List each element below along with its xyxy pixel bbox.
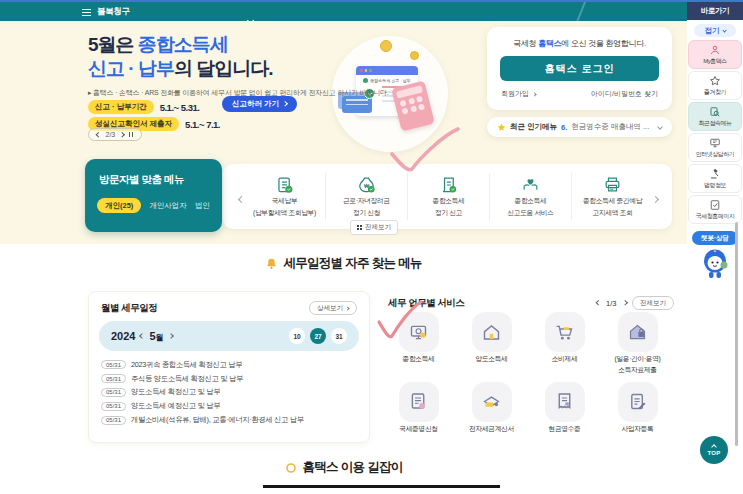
quickbar-online-consult[interactable]: 인터넷상담하기 (688, 133, 742, 162)
coin-icon (410, 51, 419, 60)
banner-next-icon[interactable] (120, 132, 125, 137)
filing-period-badge: 신고 · 납부기간 (88, 100, 154, 114)
schedule-row[interactable]: 05/31개별소비세(석유류, 담배), 교통·에너지·환경세 신고 납부 (101, 413, 357, 427)
quickbar-title: 바로가기 (687, 2, 743, 20)
menu-item-tax-payment[interactable]: 국세납부 (납부할세액 조회납부) (244, 173, 326, 219)
headline-blue-2: 신고 · 납부 (88, 58, 174, 79)
visitor-menu-view-all-button[interactable]: 전체보기 (350, 220, 398, 235)
tab-corporation[interactable]: 법인 (195, 201, 210, 211)
hamburger-menu-icon[interactable] (82, 9, 91, 16)
headline-dark-1: 5월은 (88, 34, 138, 55)
printer-icon (603, 175, 622, 194)
popular-expand-icon[interactable] (657, 124, 663, 130)
headline-dark-2: 의 달입니다. (174, 58, 273, 79)
service-business-registration[interactable]: 사업자등록 (601, 382, 674, 433)
schedule-row[interactable]: 05/31양도소득세 예정신고 및 납부 (101, 399, 357, 413)
services-prev-icon[interactable] (596, 301, 601, 306)
calendar-bar: 2024 5월 10 27 31 (99, 321, 359, 351)
cart-icon (554, 322, 575, 343)
menu-item-incentive-apply[interactable]: ₩ 근로·자녀장려금 정기 신청 (326, 173, 408, 219)
go-file-button[interactable]: 신고하러 가기 (222, 96, 297, 112)
tab-sole-proprietor[interactable]: 개인사업자 (149, 201, 187, 211)
visitor-menu-card: 방문자별 맞춤 메뉴 개인(25) 개인사업자 법인 (85, 159, 222, 232)
nav-menu-label[interactable]: 불복청구 (97, 2, 130, 21)
visitor-menu-items-card: 국세납부 (납부할세액 조회납부) ₩ 근로·자녀장려금 정기 신청 종합소득세… (223, 164, 672, 229)
monthly-schedule-card: 월별 세무일정 상세보기 2024 5월 10 27 31 05/312023귀… (88, 291, 370, 443)
popular-menu-rank: 6. (561, 123, 567, 132)
service-income-data-submit[interactable]: (일용·간이·용역) 소득자료제출 (601, 312, 674, 375)
nav-divider (575, 0, 587, 24)
lightbulb-icon (285, 462, 297, 474)
monitor-chat-icon (709, 137, 721, 149)
banner-pause-icon[interactable] (129, 132, 134, 137)
scroll-to-top-button[interactable]: TOP (700, 436, 728, 464)
receipt-icon (554, 391, 575, 412)
star-icon (497, 123, 506, 132)
services-title: 세무 업무별 서비스 (388, 297, 464, 310)
tab-individual[interactable]: 개인(25) (97, 198, 141, 213)
schedule-section-title: 세무일정별 자주 찾는 메뉴 (0, 255, 687, 272)
illustration-caption: 종합소득세 신고 · 납부 (370, 78, 411, 83)
money-bag-icon: ₩ (357, 175, 376, 194)
document-check-icon (709, 199, 721, 211)
calendar-date-27-selected[interactable]: 27 (310, 328, 326, 344)
global-nav-bar: 불복청구 (0, 2, 687, 21)
hometax-main-page: 불복청구 5월은 종합소득세 신고 · 납부의 달입니다. ▸ 홈택스 · 손택… (0, 0, 743, 494)
welcome-suffix: 에 오신 것을 환영합니다. (561, 39, 646, 48)
services-header: 세무 업무별 서비스 1/3 전체보기 (388, 296, 674, 310)
quickbar-fold-button[interactable]: 접기 (694, 24, 736, 37)
popular-menu-bar[interactable]: 최근 인기메뉴 6. 현금영수증 매출내역 ... (487, 117, 672, 137)
welcome-brand: 홈택스 (538, 39, 561, 48)
divider-line (263, 485, 500, 488)
service-income-tax[interactable]: 종합소득세 (382, 312, 455, 375)
banner-prev-icon[interactable] (96, 132, 101, 137)
welcome-message: 국세청 홈택스에 오신 것을 환영합니다. (487, 38, 672, 49)
nav-chevron-down-icon[interactable] (247, 17, 254, 24)
calendar-month: 5월 (149, 330, 163, 343)
services-next-icon[interactable] (622, 301, 627, 306)
house-icon (481, 322, 502, 343)
prev-month-icon[interactable] (140, 333, 146, 339)
schedule-row[interactable]: 05/312023귀속 종합소득세 확정신고 납부 (101, 358, 357, 372)
service-consumption-tax[interactable]: 소비제세 (528, 312, 601, 375)
quickbar-nts-homepage[interactable]: 국세청홈페이지 (688, 195, 742, 224)
next-month-icon[interactable] (168, 333, 174, 339)
service-capital-gains-tax[interactable]: 양도소득세 (455, 312, 528, 375)
page-scrollbar[interactable] (735, 222, 738, 446)
calendar-date-31[interactable]: 31 (331, 328, 347, 344)
schedule-row[interactable]: 05/31양도소득세 확정신고 및 납부 (101, 386, 357, 400)
house-lock-icon (627, 322, 648, 343)
usage-guide-title: 홈택스 이용 길잡이 (0, 459, 687, 476)
find-account-link[interactable]: 아이디/비밀번호 찾기 (591, 89, 658, 99)
login-button[interactable]: 홈택스 로그인 (500, 56, 659, 81)
cta-chevron-right-icon (282, 102, 287, 107)
quickbar-my-hometax[interactable]: My홈택스 (688, 40, 742, 69)
services-view-all-button[interactable]: 전체보기 (632, 296, 674, 310)
menu-next-button[interactable] (653, 188, 658, 206)
clipboard-icon (275, 175, 294, 194)
quickbar-law-info[interactable]: 법령정보 (688, 164, 742, 193)
visitor-menu-title: 방문자별 맞춤 메뉴 (99, 173, 222, 187)
monitor-coin-icon (408, 322, 429, 343)
menu-item-interim-tax-lookup[interactable]: 종합소득세 중간예납 고지세액 조회 (572, 173, 653, 219)
service-tax-certificate[interactable]: 국세증명신청 (382, 382, 455, 433)
chatbot-bubble[interactable]: 챗봇·상담 (692, 231, 738, 245)
mascot-character[interactable] (700, 247, 730, 279)
menu-item-income-tax-filing[interactable]: 종합소득세 정기 신고 (408, 173, 490, 219)
schedule-row[interactable]: 05/31주식등 양도소득세 확정신고 및 납부 (101, 372, 357, 386)
service-e-tax-invoice[interactable]: 전자세금계산서 (455, 382, 528, 433)
clipboard-pen-icon (627, 391, 648, 412)
quickbar-favorites[interactable]: 즐겨찾기 (688, 71, 742, 100)
signup-link[interactable]: 회원가입 (501, 89, 536, 99)
menu-item-filing-help[interactable]: 종합소득세 신고도움 서비스 (490, 173, 572, 219)
grid-icon (357, 225, 362, 230)
star-outline-icon (709, 75, 721, 87)
banner-pagination[interactable]: 2/3 (88, 128, 142, 141)
quickbar-recent-menus[interactable]: 최근접속메뉴 (688, 102, 742, 131)
schedule-detail-button[interactable]: 상세보기 (309, 301, 357, 315)
popular-menu-label: 최근 인기메뉴 (510, 122, 557, 132)
bell-icon (265, 257, 278, 270)
banner-headline: 5월은 종합소득세 신고 · 납부의 달입니다. (88, 33, 272, 81)
calendar-date-10[interactable]: 10 (289, 328, 305, 344)
service-cash-receipt[interactable]: 현금영수증 (528, 382, 601, 433)
